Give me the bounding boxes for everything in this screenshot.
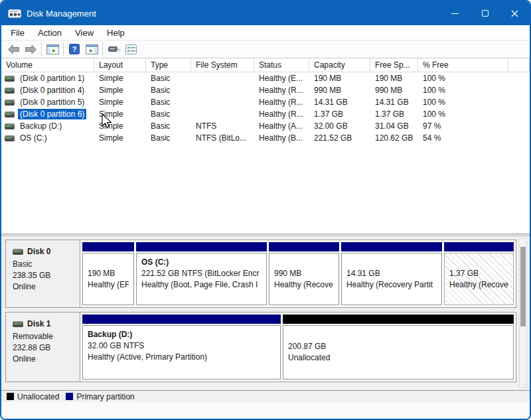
volume-icon [5,111,15,117]
disk-size: 238.35 GB [13,270,77,281]
column-header-volume[interactable]: Volume [1,58,94,72]
menu-file[interactable]: File [4,25,31,40]
cell-pctfree: 100 % [418,74,508,83]
volume-row[interactable]: (Disk 0 partition 1) Simple Basic Health… [1,72,530,84]
disk-0-info[interactable]: Disk 0 Basic 238.35 GB Online [6,240,80,307]
toolbar-separator [41,42,42,56]
volume-list-pane: Volume Layout Type File System Status Ca… [1,58,530,234]
cell-free: 990 MB [370,86,418,95]
legend-unallocated: Unallocated [7,392,59,401]
volume-row-selected[interactable]: (Disk 0 partition 6) Simple Basic Health… [1,108,530,120]
minimize-button[interactable] [440,1,470,25]
cell-layout: Simple [94,86,146,95]
cell-layout: Simple [94,98,146,107]
partition-header [269,242,339,251]
maximize-icon [482,10,489,17]
cell-pctfree: 100 % [418,86,508,95]
cell-capacity: 1.37 GB [309,109,370,119]
partition-backup-d[interactable]: Backup (D:) 32.00 GB NTFS Healthy (Activ… [82,315,281,380]
disk-type: Removable [13,331,77,342]
disk-status: Online [13,354,77,365]
volume-name: OS (C:) [18,133,49,143]
cell-capacity: 221.52 GB [309,133,370,143]
close-button[interactable] [500,1,530,25]
help-icon[interactable]: ? [66,41,83,57]
column-header-capacity[interactable]: Capacity [309,58,370,72]
disk-status: Online [13,281,77,293]
partition-header [82,242,134,251]
volume-icon [5,100,15,105]
column-header-type[interactable]: Type [146,58,191,72]
app-icon [8,9,21,19]
column-header-filesystem[interactable]: File System [191,58,254,72]
cell-type: Basic [146,98,191,107]
cell-capacity: 14.31 GB [309,98,370,107]
menu-action[interactable]: Action [31,25,68,40]
column-header-freespace[interactable]: Free Sp... [370,58,418,72]
cell-filesystem: NTFS [191,121,254,131]
partition-efi[interactable]: 190 MB Healthy (EFI [82,242,134,305]
disk-0-row: Disk 0 Basic 238.35 GB Online 190 MB Hea… [5,240,516,308]
maximize-button[interactable] [470,1,500,25]
partition-header [444,242,514,251]
volume-icon [5,76,15,82]
back-icon[interactable] [5,41,22,57]
volume-icon [5,135,15,141]
cell-filesystem: NTFS (BitLo... [191,133,254,143]
properties-icon[interactable] [122,41,139,57]
cell-type: Basic [146,133,191,143]
column-header-pctfree[interactable]: % Free [418,58,508,72]
volume-row[interactable]: OS (C:) Simple Basic NTFS (BitLo... Heal… [1,132,530,144]
partition-header [341,242,442,251]
column-header-layout[interactable]: Layout [94,58,146,72]
cell-type: Basic [146,121,191,131]
toolbar-separator [63,42,64,56]
title-bar[interactable]: Disk Management [1,1,530,25]
cell-free: 14.31 GB [370,98,418,107]
volume-row[interactable]: (Disk 0 partition 4) Simple Basic Health… [1,84,530,96]
partition-header [283,315,514,324]
cell-layout: Simple [94,109,146,119]
disk-1-row: Disk 1 Removable 232.88 GB Online Backup… [5,312,516,382]
partition-header [136,242,267,251]
cell-status: Healthy (B... [254,133,309,143]
menu-help[interactable]: Help [100,25,131,40]
disk-0-bands: 190 MB Healthy (EFI OS (C:) 221.52 GB NT… [80,240,516,307]
partition-recovery-990mb[interactable]: 990 MB Healthy (Recove [269,242,339,305]
cell-pctfree: 97 % [418,121,508,131]
partition-os-c[interactable]: OS (C:) 221.52 GB NTFS (BitLocker Encr H… [136,242,267,305]
show-console-tree-icon[interactable] [44,41,61,57]
volume-row[interactable]: Backup (D:) Simple Basic NTFS Healthy (A… [1,120,530,132]
disk-1-info[interactable]: Disk 1 Removable 232.88 GB Online [6,313,80,382]
cell-type: Basic [146,74,191,83]
svg-text:?: ? [72,45,77,53]
partition-unallocated[interactable]: 200.87 GB Unallocated [283,315,514,380]
volume-table-header: Volume Layout Type File System Status Ca… [1,58,530,72]
volume-icon [5,88,15,94]
show-action-pane-icon[interactable] [83,41,100,57]
disk-icon [13,321,23,327]
partition-header [82,315,281,324]
partition-recovery-selected[interactable]: 1.37 GB Healthy (Recovery [444,242,514,305]
scrollbar-thumb[interactable] [520,247,526,326]
column-header-status[interactable]: Status [254,58,309,72]
window-title: Disk Management [27,9,440,19]
column-header-filler [508,58,530,72]
unallocated-swatch [7,393,14,400]
cell-status: Healthy (R... [254,109,309,119]
menu-view[interactable]: View [68,25,100,40]
cell-layout: Simple [94,74,146,83]
forward-icon[interactable] [22,41,39,57]
toolbar: ? [1,40,530,58]
vertical-scrollbar[interactable] [519,238,527,388]
device-icon[interactable] [105,41,122,57]
partition-recovery-14gb[interactable]: 14.31 GB Healthy (Recovery Partit [341,242,442,305]
volume-row[interactable]: (Disk 0 partition 5) Simple Basic Health… [1,96,530,108]
disk-name: Disk 0 [27,246,50,257]
cell-free: 120.62 GB [370,133,418,143]
toolbar-separator [102,42,103,56]
cell-pctfree: 54 % [418,133,508,143]
disk-type: Basic [13,259,77,270]
disk-name: Disk 1 [27,318,50,330]
legend-primary-partition: Primary partition [66,392,134,401]
